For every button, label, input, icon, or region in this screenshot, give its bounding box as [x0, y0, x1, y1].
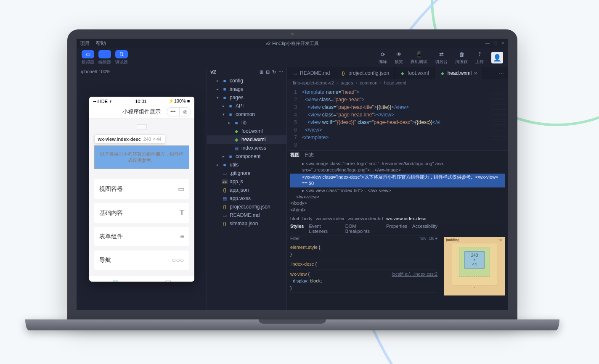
box-model: margin 10 border padding 240 × 44 -	[441, 222, 508, 310]
tree-item-config[interactable]: ▸■config	[207, 76, 286, 85]
filter-controls[interactable]: :hov .cls +	[419, 236, 437, 241]
breadcrumb-3[interactable]: head.wxml	[384, 80, 406, 85]
devtools-panel: 视图 日志 ▸ <wx-image class="index-logo" src…	[287, 150, 508, 310]
styles-tab-properties[interactable]: Properties	[386, 224, 407, 234]
explorer-action-3[interactable]: ⋯	[278, 69, 283, 75]
menu-bar: 项目 帮助 v2-FinClip小程序开发工具 — ▢ ✕	[77, 39, 508, 48]
tree-item-project.config.json[interactable]: {}project.config.json	[207, 203, 286, 211]
css-rules[interactable]: element.style {}.index-desc {</span><br>…	[287, 242, 441, 296]
tree-item-app.json[interactable]: {}app.json	[207, 186, 286, 194]
styles-tab-styles[interactable]: Styles	[290, 224, 304, 234]
phone-tab-接口[interactable]: ◫接口	[142, 276, 194, 282]
battery-indicator: ⚡100% ■	[168, 98, 190, 104]
styles-tab-accessibility[interactable]: Accessibility	[412, 224, 437, 234]
tree-item-lib[interactable]: ▸■lib	[207, 119, 286, 127]
phone-tab-组件[interactable]: ▦组件	[89, 276, 142, 282]
card-2[interactable]: 表单组件≡	[94, 227, 189, 246]
breadcrumb-2[interactable]: common	[360, 80, 377, 85]
tree-item-.gitignore[interactable]: ▭.gitignore	[207, 169, 286, 177]
box-dash: -	[474, 269, 475, 273]
code-editor[interactable]: 1<template name="head">2 <view class="pa…	[287, 87, 508, 150]
capsule-close-icon[interactable]: ◎	[179, 108, 191, 116]
menu-help[interactable]: 帮助	[96, 40, 106, 47]
action-切后台[interactable]: ⇄切后台	[435, 50, 448, 65]
window-controls: — ▢ ✕	[485, 41, 505, 45]
box-padding-label: padding	[446, 238, 459, 242]
dom-path[interactable]: htmlbodywx-view.indexwx-view.index-hdwx-…	[287, 215, 508, 222]
breadcrumb: fino-applet-demo-v2›pages›common›head.wx…	[287, 79, 508, 87]
tab-overflow[interactable]: ⋯	[495, 70, 508, 76]
mode-label-0: 模拟器	[82, 59, 94, 65]
tab-view[interactable]: 视图	[290, 152, 300, 158]
card-0[interactable]: 视图容器▭	[94, 179, 189, 199]
dom-path-2[interactable]: wx-view.index	[316, 216, 345, 221]
tree-item-foot.wxml[interactable]: ◆foot.wxml	[207, 127, 286, 135]
tree-item-utils[interactable]: ▸■utils	[207, 161, 286, 169]
editor-tab-head.wxml[interactable]: ◆head.wxml✕	[435, 67, 483, 79]
dom-path-1[interactable]: body	[302, 216, 313, 221]
tree-item-app.wxss[interactable]: ▤app.wxss	[207, 194, 286, 203]
tab-close-icon[interactable]: ✕	[474, 71, 477, 76]
tree-item-API[interactable]: ▸■API	[207, 102, 286, 110]
box-content: 240 × 44	[464, 251, 485, 269]
editor-tab-project.config.json[interactable]: {}project.config.json	[335, 67, 395, 79]
tree-item-pages[interactable]: ▾■pages	[207, 93, 286, 102]
editor-tab-README.md[interactable]: ▭README.md	[287, 67, 335, 79]
action-清缓存[interactable]: 🗑清缓存	[455, 50, 468, 65]
mode-pill-1[interactable]	[98, 50, 111, 58]
inspected-element[interactable]: 以下将展示小程序官方组件能力，组件样式仅供参考。	[94, 145, 189, 169]
action-真机调试[interactable]: 📱真机调试	[411, 50, 427, 65]
box-margin-top: 10	[498, 238, 502, 242]
minimap[interactable]	[490, 91, 507, 141]
card-1[interactable]: 基础内容𝕋	[94, 203, 189, 223]
clock: 10:01	[135, 99, 147, 104]
explorer-root[interactable]: v2	[210, 69, 216, 75]
inspect-dims: 240 × 44	[143, 137, 162, 142]
box-dash: -	[474, 285, 475, 290]
toolbar: ▭模拟器编辑器⇅调试器 ⟳编译👁预览📱真机调试⇄切后台🗑清缓存⤴上传👤	[77, 48, 508, 67]
tab-log[interactable]: 日志	[305, 152, 314, 158]
avatar[interactable]: 👤	[491, 52, 503, 63]
capsule-button[interactable]: ••• ◎	[167, 107, 191, 116]
close-icon[interactable]: ✕	[501, 41, 505, 45]
editor-tab-foot.wxml[interactable]: ◆foot.wxml	[395, 67, 435, 79]
laptop-frame: 项目 帮助 v2-FinClip小程序开发工具 — ▢ ✕ ▭模拟器编辑器⇅调试…	[67, 29, 517, 330]
styles-tab-event-listeners[interactable]: Event Listeners	[309, 224, 340, 234]
tree-item-image[interactable]: ▸■image	[207, 85, 286, 93]
filter-input[interactable]: Filter	[290, 236, 300, 241]
breadcrumb-1[interactable]: pages	[341, 80, 353, 85]
explorer-action-0[interactable]: ⊞	[260, 69, 263, 75]
dom-path-4[interactable]: wx-view.index-desc	[386, 216, 426, 221]
editor-panel: ▭README.md{}project.config.json◆foot.wxm…	[287, 67, 508, 310]
tree-item-README.md[interactable]: ▭README.md	[207, 211, 286, 219]
card-3[interactable]: 导航○○○	[94, 251, 189, 270]
tree-item-common[interactable]: ▾■common	[207, 110, 286, 119]
tree-item-sitemap.json[interactable]: {}sitemap.json	[207, 219, 286, 228]
mode-pill-0[interactable]: ▭	[82, 50, 94, 58]
action-上传[interactable]: ⤴上传	[475, 50, 484, 65]
action-编译[interactable]: ⟳编译	[379, 50, 387, 65]
minimize-icon[interactable]: —	[485, 41, 490, 45]
mode-label-1: 编辑器	[98, 59, 111, 65]
dom-path-3[interactable]: wx-view.index-hd	[348, 216, 383, 221]
tree-item-component[interactable]: ▸■component	[207, 152, 286, 161]
tree-item-index.wxss[interactable]: ▤index.wxss	[207, 144, 286, 152]
tree-item-head.wxml[interactable]: ◆head.wxml	[207, 135, 286, 144]
explorer-action-1[interactable]: ⊟	[266, 69, 270, 75]
app-title: 小程序组件展示	[122, 108, 161, 116]
tree-item-app.js[interactable]: JSapp.js	[207, 177, 286, 186]
action-预览[interactable]: 👁预览	[395, 50, 403, 65]
menu-project[interactable]: 项目	[80, 40, 90, 47]
maximize-icon[interactable]: ▢	[493, 41, 497, 45]
inspect-tooltip: wx-view.index-desc 240 × 44	[94, 135, 165, 144]
breadcrumb-0[interactable]: fino-applet-demo-v2	[293, 80, 334, 85]
simulator-panel: iphone6 100% ••ıl IDE ᯤ 10:01 ⚡100% ■ 小程…	[77, 67, 207, 310]
styles-tab-dom-breakpoints[interactable]: DOM Breakpoints	[345, 224, 381, 234]
mode-pill-2[interactable]: ⇅	[115, 50, 128, 58]
dom-path-0[interactable]: html	[290, 216, 299, 221]
explorer-action-2[interactable]: ↻	[272, 69, 276, 75]
file-explorer: v2 ⊞⊟↻⋯ ▸■config▸■image▾■pages▸■API▾■com…	[207, 67, 287, 310]
dom-tree[interactable]: ▸ <wx-image class="index-logo" src="../r…	[287, 159, 508, 215]
capsule-menu-icon[interactable]: •••	[167, 108, 179, 116]
window-title: v2-FinClip小程序开发工具	[266, 40, 319, 47]
